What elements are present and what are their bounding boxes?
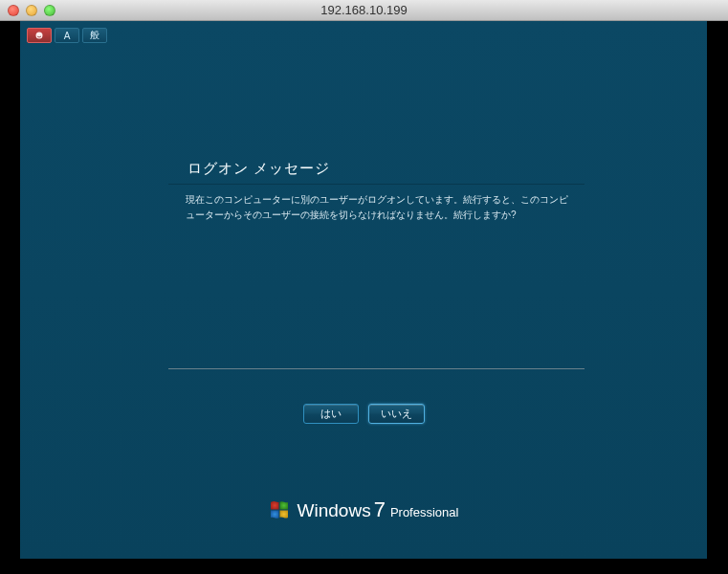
bottom-divider: [168, 368, 585, 369]
yes-button[interactable]: はい: [303, 404, 359, 424]
mac-titlebar: 192.168.10.199: [0, 0, 728, 21]
brand-version-label: 7: [374, 497, 386, 522]
ime-icon: [34, 31, 44, 40]
minimize-button[interactable]: [26, 5, 37, 16]
maximize-button[interactable]: [44, 5, 55, 16]
dialog-body: 現在このコンピューターに別のユーザーがログオンしています。続行すると、このコンピ…: [168, 192, 585, 223]
windows-logo-icon: [269, 499, 290, 520]
dialog-title: ログオン メッセージ: [168, 160, 585, 184]
brand-windows-label: Windows: [298, 500, 371, 521]
button-row: はい いいえ: [20, 404, 707, 424]
rdp-content: A 般 ログオン メッセージ 現在このコンピューターに別のユーザーがログオンして…: [20, 21, 707, 559]
logon-message-panel: ログオン メッセージ 現在このコンピューターに別のユーザーがログオンしています。…: [168, 160, 585, 223]
ime-alpha-button[interactable]: A: [55, 28, 79, 43]
brand-edition-label: Professional: [390, 505, 459, 519]
brand-text: Windows 7 Professional: [298, 497, 459, 522]
close-button[interactable]: [8, 5, 19, 16]
no-button[interactable]: いいえ: [368, 404, 425, 424]
ime-general-button[interactable]: 般: [82, 28, 107, 43]
title-divider: [168, 184, 585, 185]
traffic-lights: [8, 5, 55, 16]
window-title: 192.168.10.199: [320, 3, 407, 17]
client-area: A 般 ログオン メッセージ 現在このコンピューターに別のユーザーがログオンして…: [0, 21, 728, 574]
svg-point-0: [36, 33, 43, 39]
windows-branding: Windows 7 Professional: [20, 497, 707, 522]
ime-toolbar: A 般: [27, 28, 107, 43]
ime-mode-button[interactable]: [27, 28, 52, 43]
